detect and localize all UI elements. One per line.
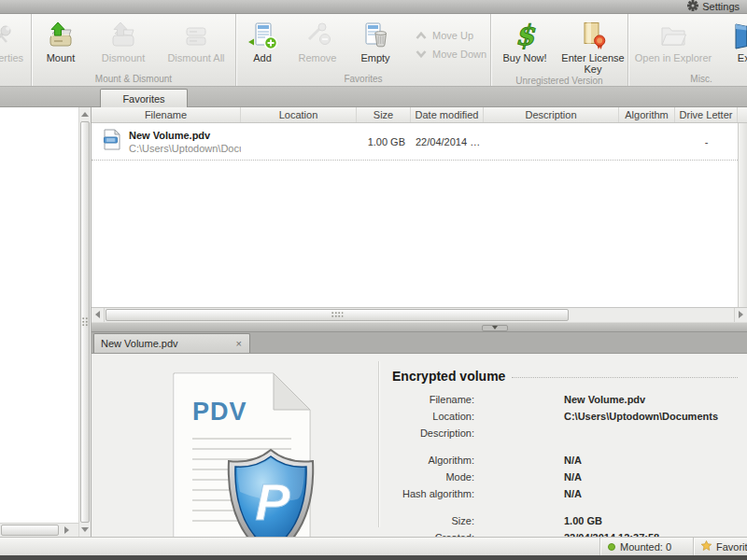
dismount-all-button[interactable]: Dismount All	[157, 16, 235, 73]
triangle-left-icon	[95, 311, 100, 318]
detail-tab-bar: New Volume.pdv ×	[92, 332, 747, 354]
main-content: Filename Location Size Date modified Des…	[92, 107, 747, 537]
row-date-modified: 22/04/2014 12:38:58	[416, 136, 484, 147]
move-up-button[interactable]: Move Up	[416, 30, 490, 41]
remove-button[interactable]: Remove	[289, 16, 346, 73]
dotted-leader	[512, 377, 738, 378]
field-label: Description:	[392, 427, 474, 439]
volume-list-body: New Volume.pdv C:\Users\Uptodown\Documen…	[92, 123, 747, 307]
star-icon	[701, 540, 712, 553]
mounted-count-label: Mounted: 0	[620, 541, 671, 553]
exit-door-icon	[729, 19, 747, 52]
column-header-date-modified[interactable]: Date modified	[411, 107, 484, 122]
status-mounted: Mounted: 0	[599, 538, 693, 555]
list-horizontal-scrollbar[interactable]	[92, 307, 747, 322]
scroll-right-button[interactable]	[734, 308, 747, 322]
chevron-down-icon	[416, 49, 427, 60]
scroll-up-button[interactable]	[79, 108, 91, 120]
properties-button[interactable]: Properties	[0, 16, 31, 73]
field-label: Filename:	[392, 394, 474, 405]
side-panel	[0, 107, 78, 537]
field-value: New Volume.pdv	[474, 394, 738, 405]
exit-button[interactable]: Exit	[718, 16, 747, 73]
scrollbar-thumb[interactable]	[80, 121, 90, 523]
open-in-explorer-button[interactable]: Open in Explorer	[628, 16, 718, 73]
favorites-tab-strip: Favorites	[0, 87, 747, 107]
shield-letter-text: P	[255, 472, 290, 531]
field-value: 1.00 GB	[474, 515, 738, 526]
gear-icon	[687, 0, 698, 13]
field-label: Mode:	[392, 471, 474, 483]
toolbar-group-mount-dismount: Mount Dismount	[32, 14, 236, 86]
scroll-right-button[interactable]	[60, 524, 73, 537]
close-icon[interactable]: ×	[235, 339, 243, 348]
empty-button[interactable]: Empty	[346, 16, 404, 73]
dismount-button[interactable]: Dismount	[90, 16, 157, 73]
dismount-label: Dismount	[102, 52, 145, 63]
pdv-file-icon	[104, 129, 120, 154]
tab-new-volume[interactable]: New Volume.pdv ×	[93, 333, 250, 353]
mount-drive-icon	[45, 19, 77, 52]
detail-divider	[378, 361, 379, 528]
row-filename: New Volume.pdv	[129, 129, 241, 142]
row-location-path: C:\Users\Uptodown\Documents	[129, 142, 241, 155]
dismount-all-label: Dismount All	[167, 52, 224, 63]
properties-label: Properties	[0, 52, 23, 63]
grip-dots-icon	[331, 312, 344, 318]
favorites-count-label: Favorites	[716, 541, 747, 553]
scrollbar-thumb[interactable]	[106, 309, 569, 321]
field-label: Size:	[392, 515, 474, 526]
exit-label: Exit	[738, 52, 747, 63]
field-value: C:\Users\Uptodown\Documents	[474, 411, 738, 422]
scrollbar-thumb[interactable]	[1, 525, 59, 536]
collapse-panel-button[interactable]	[482, 325, 508, 331]
panel-splitter[interactable]	[92, 322, 747, 332]
tab-favorites[interactable]: Favorites	[100, 89, 188, 107]
triangle-right-icon	[739, 311, 743, 318]
field-value: N/A	[474, 455, 738, 466]
column-header-filler	[738, 107, 747, 122]
chevron-up-icon	[416, 30, 427, 41]
pdv-badge-text: PDV	[192, 398, 247, 426]
side-panel-horizontal-scrollbar[interactable]	[0, 523, 78, 537]
column-header-size[interactable]: Size	[357, 107, 411, 122]
column-header-drive-letter[interactable]: Drive Letter	[675, 107, 738, 122]
window-bottom-edge	[0, 555, 747, 560]
move-down-label: Move Down	[432, 49, 486, 60]
grip-dots-icon	[82, 317, 89, 328]
volume-row[interactable]: New Volume.pdv C:\Users\Uptodown\Documen…	[92, 123, 747, 161]
toolbar-group-volume: Properties	[0, 14, 32, 86]
column-header-filename[interactable]: Filename	[92, 107, 241, 122]
add-button[interactable]: Add	[236, 16, 289, 73]
list-vertical-scroll-track[interactable]	[738, 123, 747, 307]
scroll-left-button[interactable]	[92, 308, 105, 322]
buy-now-button[interactable]: $ Buy Now!	[491, 16, 558, 75]
field-label: Hash algorithm:	[392, 488, 474, 499]
move-down-button[interactable]: Move Down	[416, 49, 490, 60]
field-label: Algorithm:	[392, 455, 474, 466]
mount-button[interactable]: Mount	[32, 16, 90, 73]
row-algorithm	[619, 123, 675, 160]
column-header-algorithm[interactable]: Algorithm	[619, 107, 675, 122]
row-drive-letter: -	[675, 123, 738, 160]
add-label: Add	[253, 52, 272, 63]
remove-volume-icon	[302, 19, 333, 52]
license-certificate-icon	[577, 19, 609, 52]
svg-text:$: $	[515, 20, 536, 51]
move-up-label: Move Up	[432, 30, 473, 41]
column-header-location[interactable]: Location	[241, 107, 357, 122]
scroll-down-button[interactable]	[79, 524, 91, 536]
row-size: 1.00 GB	[357, 123, 411, 160]
buy-now-label: Buy Now!	[502, 52, 546, 63]
status-bar: Mounted: 0 Favorites	[0, 537, 747, 555]
toolbar-group-favorites: Add Remove	[236, 14, 491, 86]
add-volume-icon	[247, 19, 278, 52]
wrench-icon	[0, 19, 14, 52]
settings-button[interactable]: Settings	[687, 0, 740, 13]
group-label: Unregistered Version	[491, 75, 627, 86]
group-label: Favorites	[236, 73, 490, 86]
side-panel-vertical-scrollbar[interactable]	[78, 107, 92, 537]
column-header-description[interactable]: Description	[484, 107, 619, 122]
detail-tab-label: New Volume.pdv	[101, 338, 178, 349]
enter-license-key-button[interactable]: Enter License Key	[558, 16, 627, 75]
